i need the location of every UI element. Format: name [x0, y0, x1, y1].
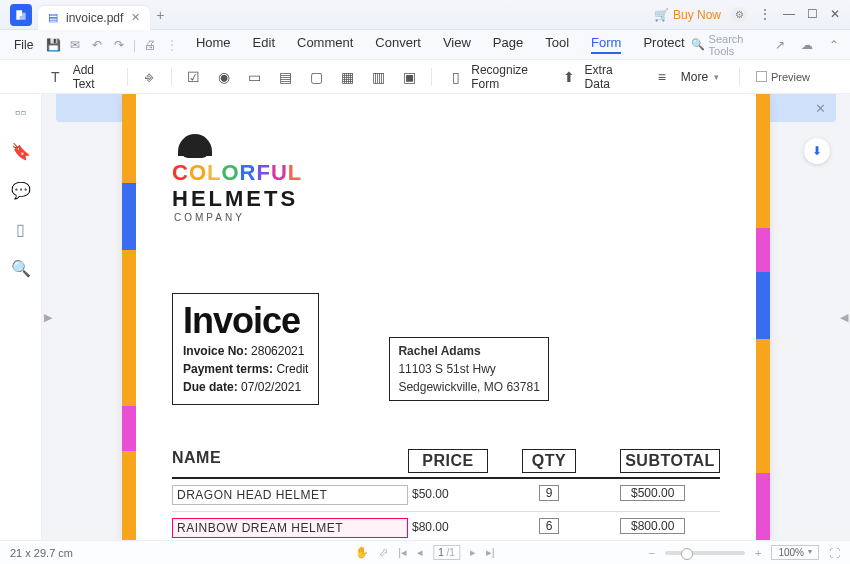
left-sidebar: ▫▫ 🔖 💬 ▯ 🔍: [0, 94, 42, 540]
menu-home[interactable]: Home: [196, 35, 231, 54]
extra-data-button[interactable]: ⬆Extra Data: [555, 63, 631, 91]
zoom-out-icon[interactable]: −: [649, 547, 655, 559]
header-subtotal[interactable]: SUBTOTAL: [620, 449, 720, 473]
zoom-level-dropdown[interactable]: 100%▾: [771, 545, 819, 560]
menu-tool[interactable]: Tool: [545, 35, 569, 54]
menu-form[interactable]: Form: [591, 35, 621, 54]
item-name-field[interactable]: RAINBOW DREAM HELMET: [172, 518, 408, 538]
cloud-icon[interactable]: ☁: [799, 38, 814, 52]
share-icon[interactable]: ↗: [772, 38, 787, 52]
checkbox-field-icon[interactable]: ☑: [182, 67, 205, 87]
cart-icon: 🛒: [654, 8, 669, 22]
item-subtotal-field[interactable]: $800.00: [620, 518, 720, 538]
align-icon[interactable]: ⎆: [138, 67, 161, 87]
zoom-in-icon[interactable]: +: [755, 547, 761, 559]
maximize-icon[interactable]: ☐: [807, 7, 818, 23]
list-field-icon[interactable]: ▤: [274, 67, 297, 87]
last-page-icon[interactable]: ▸|: [486, 546, 495, 559]
invoice-title: Invoice: [183, 300, 308, 342]
more-icon[interactable]: ⋮: [759, 7, 771, 23]
next-page-icon[interactable]: ▸: [470, 546, 476, 559]
thumbnails-icon[interactable]: ▫▫: [15, 104, 26, 122]
tab-title: invoice.pdf: [66, 11, 123, 25]
item-price: $80.00: [408, 518, 488, 538]
helmet-logo-icon: [178, 134, 212, 156]
item-qty-field[interactable]: 6: [522, 518, 576, 538]
invoice-meta-field[interactable]: Invoice Invoice No: 28062021 Payment ter…: [172, 293, 319, 405]
menu-comment[interactable]: Comment: [297, 35, 353, 54]
close-tab-icon[interactable]: ✕: [131, 11, 140, 24]
radio-field-icon[interactable]: ◉: [213, 67, 236, 87]
redo-icon[interactable]: ↷: [111, 38, 127, 52]
close-banner-icon[interactable]: ✕: [815, 101, 826, 116]
mail-icon[interactable]: ✉: [67, 38, 83, 52]
preview-checkbox[interactable]: Preview: [756, 71, 810, 83]
recognize-form-button[interactable]: ▯Recognize Form: [442, 63, 541, 91]
select-tool-icon[interactable]: ⬀: [379, 546, 388, 559]
save-icon[interactable]: 💾: [45, 38, 61, 52]
close-window-icon[interactable]: ✕: [830, 7, 840, 23]
chevron-up-icon[interactable]: ⌃: [827, 38, 842, 52]
minimize-icon[interactable]: ―: [783, 7, 795, 23]
upload-icon: ⬆: [559, 67, 578, 87]
date-field-icon[interactable]: ▣: [398, 67, 421, 87]
settings-icon[interactable]: ⚙: [731, 7, 747, 23]
logo-colorful: COLORFUL: [172, 160, 720, 186]
button-field-icon[interactable]: ▢: [305, 67, 328, 87]
menu-file[interactable]: File: [8, 38, 39, 52]
menu-convert[interactable]: Convert: [375, 35, 421, 54]
title-bar: ▤ invoice.pdf ✕ + 🛒Buy Now ⚙ ⋮ ― ☐ ✕: [0, 0, 850, 30]
add-text-button[interactable]: TAdd Text: [40, 63, 117, 91]
decorative-stripe: [756, 94, 770, 540]
comment-panel-icon[interactable]: 💬: [11, 181, 31, 200]
add-tab-button[interactable]: +: [150, 7, 170, 23]
print-icon[interactable]: 🖨: [142, 38, 158, 52]
header-qty[interactable]: QTY: [522, 449, 576, 473]
pdf-file-icon: ▤: [48, 11, 58, 24]
item-name-field[interactable]: DRAGON HEAD HELMET: [172, 485, 408, 505]
signature-field-icon[interactable]: ▥: [367, 67, 390, 87]
search-panel-icon[interactable]: 🔍: [11, 259, 31, 278]
checkbox-icon: [756, 71, 767, 82]
menu-view[interactable]: View: [443, 35, 471, 54]
chevron-down-icon: ▾: [714, 72, 719, 82]
items-table: NAME PRICE QTY SUBTOTAL DRAGON HEAD HELM…: [172, 449, 720, 540]
bookmark-icon[interactable]: 🔖: [11, 142, 31, 161]
page-number-input[interactable]: 1 /1: [433, 545, 460, 560]
text-icon: T: [44, 67, 67, 87]
page-dimensions: 21 x 29.7 cm: [10, 547, 73, 559]
logo-company: COMPANY: [174, 212, 720, 223]
attachment-icon[interactable]: ▯: [16, 220, 25, 239]
window-controls: ⚙ ⋮ ― ☐ ✕: [731, 7, 846, 23]
logo-helmets: HELMETS: [172, 186, 720, 212]
collapse-right-icon[interactable]: ◀: [840, 311, 848, 324]
table-row: RAINBOW DREAM HELMET $80.00 6 $800.00: [172, 512, 720, 540]
app-logo-icon: [10, 4, 32, 26]
fit-page-icon[interactable]: ⛶: [829, 547, 840, 559]
download-badge-icon[interactable]: ⬇: [804, 138, 830, 164]
address-field[interactable]: Rachel Adams 11103 S 51st Hwy Sedgewickv…: [389, 337, 548, 401]
more-button[interactable]: ≡More▾: [645, 67, 723, 87]
menu-protect[interactable]: Protect: [643, 35, 684, 54]
zoom-slider[interactable]: [665, 551, 745, 555]
undo-icon[interactable]: ↶: [89, 38, 105, 52]
item-qty-field[interactable]: 9: [522, 485, 576, 505]
combo-field-icon[interactable]: ▭: [244, 67, 267, 87]
hand-tool-icon[interactable]: ✋: [355, 546, 369, 559]
menu-page[interactable]: Page: [493, 35, 523, 54]
item-subtotal-field[interactable]: $500.00: [620, 485, 720, 505]
first-page-icon[interactable]: |◂: [398, 546, 407, 559]
search-icon: 🔍: [691, 38, 705, 51]
buy-now-link[interactable]: 🛒Buy Now: [654, 8, 721, 22]
menu-edit[interactable]: Edit: [253, 35, 275, 54]
header-price[interactable]: PRICE: [408, 449, 488, 473]
chevron-down-icon: ▾: [808, 547, 812, 558]
document-viewport: ▶ ◀ This document contains interactive f…: [42, 94, 850, 540]
item-price: $50.00: [408, 485, 488, 505]
search-tools[interactable]: 🔍Search Tools: [691, 33, 760, 57]
document-tab[interactable]: ▤ invoice.pdf ✕: [38, 6, 150, 30]
collapse-left-icon[interactable]: ▶: [44, 311, 52, 324]
recognize-icon: ▯: [446, 67, 465, 87]
image-field-icon[interactable]: ▦: [336, 67, 359, 87]
prev-page-icon[interactable]: ◂: [417, 546, 423, 559]
